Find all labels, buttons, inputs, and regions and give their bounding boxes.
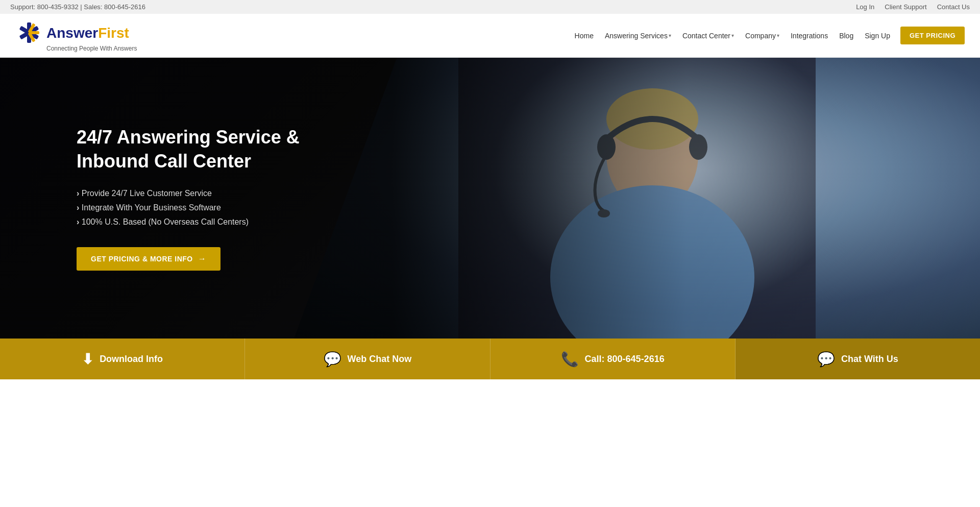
nav-answering-services[interactable]: Answering Services ▾ xyxy=(601,29,675,43)
arrow-icon: → xyxy=(198,254,207,263)
bottom-bar: ⬇ Download Info 💬 Web Chat Now 📞 Call: 8… xyxy=(0,339,980,379)
nav-integrations[interactable]: Integrations xyxy=(787,29,832,43)
logo-tagline: Connecting People With Answers xyxy=(46,45,137,52)
hero-bullet-3: 100% U.S. Based (No Overseas Call Center… xyxy=(77,218,300,227)
header: AnswerFirst Connecting People With Answe… xyxy=(0,14,980,58)
hero-bullets: Provide 24/7 Live Customer Service Integ… xyxy=(77,189,300,227)
nav-contact-center[interactable]: Contact Center ▾ xyxy=(678,29,738,43)
logo-answer: Answer xyxy=(46,25,98,41)
main-nav: Home Answering Services ▾ Contact Center… xyxy=(571,27,965,44)
nav-company[interactable]: Company ▾ xyxy=(741,29,783,43)
hero-cta-label: GET PRICING & MORE INFO xyxy=(91,255,193,263)
chat-with-us-label: Chat With Us xyxy=(841,354,898,365)
logo-icon xyxy=(15,19,43,47)
chevron-down-icon-2: ▾ xyxy=(731,33,734,38)
nav-contact-center-label: Contact Center xyxy=(682,32,730,40)
nav-company-label: Company xyxy=(745,32,776,40)
login-link[interactable]: Log In xyxy=(856,3,874,11)
support-phone: Support: 800-435-9332 xyxy=(10,3,79,11)
top-bar: Support: 800-435-9332 | Sales: 800-645-2… xyxy=(0,0,980,14)
chevron-down-icon: ▾ xyxy=(669,33,671,38)
call-label: Call: 800-645-2616 xyxy=(585,354,665,365)
call-button[interactable]: 📞 Call: 800-645-2616 xyxy=(491,339,736,379)
logo-container[interactable]: AnswerFirst Connecting People With Answe… xyxy=(15,19,137,52)
download-icon: ⬇ xyxy=(82,351,93,368)
client-support-link[interactable]: Client Support xyxy=(885,3,926,11)
download-info-label: Download Info xyxy=(100,354,163,365)
nav-sign-up[interactable]: Sign Up xyxy=(861,29,894,43)
download-info-button[interactable]: ⬇ Download Info xyxy=(0,339,245,379)
contact-us-link[interactable]: Contact Us xyxy=(937,3,970,11)
hero-bullet-1: Provide 24/7 Live Customer Service xyxy=(77,189,300,198)
top-bar-right: Log In Client Support Contact Us xyxy=(856,3,970,11)
hero-bullet-2: Integrate With Your Business Software xyxy=(77,203,300,212)
top-bar-contact-info: Support: 800-435-9332 | Sales: 800-645-2… xyxy=(10,3,145,11)
chevron-down-icon-3: ▾ xyxy=(777,33,779,38)
hero-cta-button[interactable]: GET PRICING & MORE INFO → xyxy=(77,247,220,271)
nav-get-pricing-button[interactable]: GET PRICING xyxy=(900,27,965,44)
logo-name: AnswerFirst xyxy=(46,25,129,41)
logo-first: First xyxy=(98,25,129,41)
nav-home[interactable]: Home xyxy=(571,29,598,43)
nav-answering-services-label: Answering Services xyxy=(605,32,668,40)
chat-with-us-button[interactable]: 💬 Chat With Us xyxy=(736,339,980,379)
chat-icon: 💬 xyxy=(324,351,341,368)
hero-title: 24/7 Answering Service & Inbound Call Ce… xyxy=(77,126,300,174)
phone-icon: 📞 xyxy=(561,351,579,368)
sales-phone: Sales: 800-645-2616 xyxy=(84,3,145,11)
web-chat-label: Web Chat Now xyxy=(348,354,412,365)
hero-content: 24/7 Answering Service & Inbound Call Ce… xyxy=(0,126,300,271)
nav-blog[interactable]: Blog xyxy=(835,29,857,43)
chat-with-us-icon: 💬 xyxy=(817,351,835,368)
hero-section: 24/7 Answering Service & Inbound Call Ce… xyxy=(0,58,980,339)
logo-text: AnswerFirst xyxy=(15,19,129,47)
web-chat-button[interactable]: 💬 Web Chat Now xyxy=(245,339,490,379)
